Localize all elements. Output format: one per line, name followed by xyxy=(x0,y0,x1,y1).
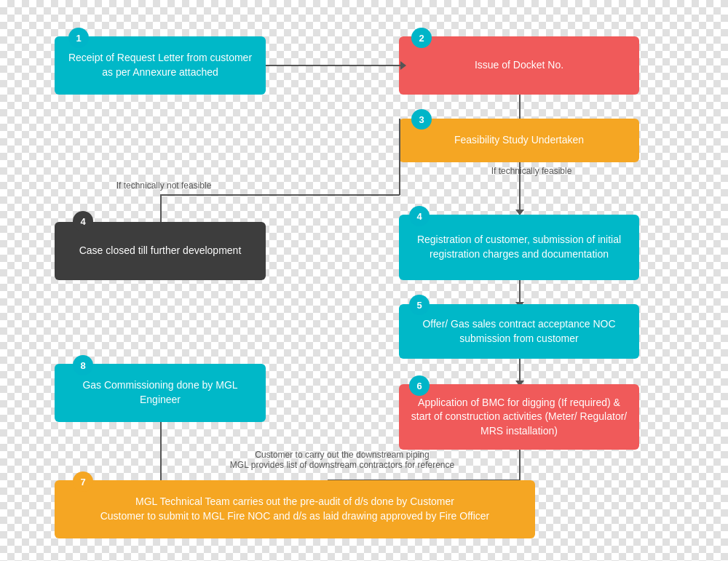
arrow-3-branch-h xyxy=(160,194,400,196)
arrow-1-2 xyxy=(266,65,400,66)
badge-8: 8 xyxy=(73,355,93,375)
badge-2: 2 xyxy=(411,28,432,48)
badge-3: 3 xyxy=(411,109,432,130)
box-2: Issue of Docket No. xyxy=(399,36,639,95)
arrow-3-branch-v xyxy=(399,119,400,195)
flow-diagram: 1 Receipt of Request Letter from custome… xyxy=(0,0,728,561)
badge-5: 5 xyxy=(409,295,430,315)
label-downstream: Customer to carry out the downstream pip… xyxy=(226,450,459,470)
label-feasible: If technically feasible xyxy=(459,166,604,176)
arrow-2-3 xyxy=(519,95,521,120)
box-6: Application of BMC for digging (If requi… xyxy=(399,384,639,450)
box-3: Feasibility Study Undertaken xyxy=(399,119,639,162)
arrow-branch-down xyxy=(160,194,162,222)
arrowhead-1-2 xyxy=(400,61,406,70)
badge-4-right: 4 xyxy=(409,206,430,226)
badge-6: 6 xyxy=(409,375,430,396)
box-1: Receipt of Request Letter from customer … xyxy=(55,36,266,95)
arrow-5-6 xyxy=(519,359,521,381)
badge-4-left: 4 xyxy=(73,211,93,231)
arrow-6-7v xyxy=(519,450,521,480)
label-not-feasible: If technically not feasible xyxy=(80,180,248,191)
box-7: MGL Technical Team carries out the pre-a… xyxy=(55,480,535,538)
badge-7: 7 xyxy=(73,472,93,492)
arrow-4r-5 xyxy=(519,280,521,302)
badge-1: 1 xyxy=(68,28,89,48)
arrow-3-4r xyxy=(519,162,521,210)
box-5: Offer/ Gas sales contract acceptance NOC… xyxy=(399,304,639,359)
box-4-right: Registration of customer, submission of … xyxy=(399,215,639,280)
